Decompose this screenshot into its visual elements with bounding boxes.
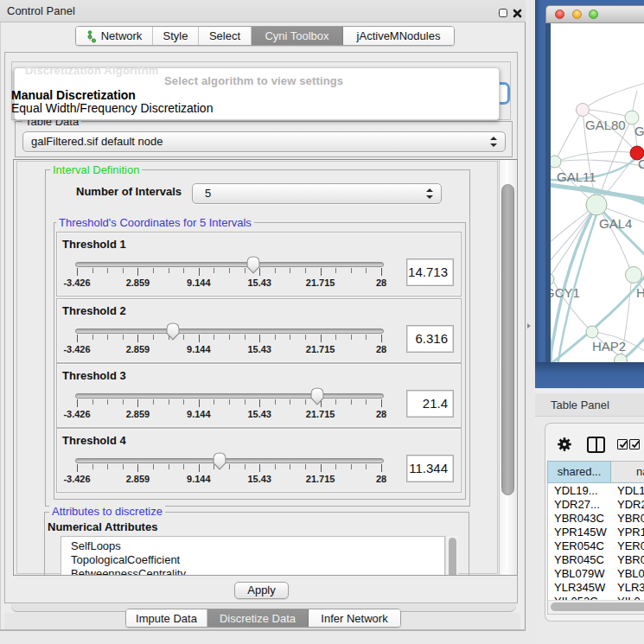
svg-text:C: C [638, 156, 644, 171]
svg-text:GA: GA [634, 124, 644, 138]
svg-text:GCY1: GCY1 [551, 285, 580, 300]
svg-text:GAL80: GAL80 [585, 118, 626, 132]
svg-text:GAL11: GAL11 [557, 169, 596, 184]
svg-text:GAL4: GAL4 [599, 216, 632, 231]
svg-text:HAP2: HAP2 [592, 339, 626, 354]
svg-text:H: H [636, 285, 644, 300]
